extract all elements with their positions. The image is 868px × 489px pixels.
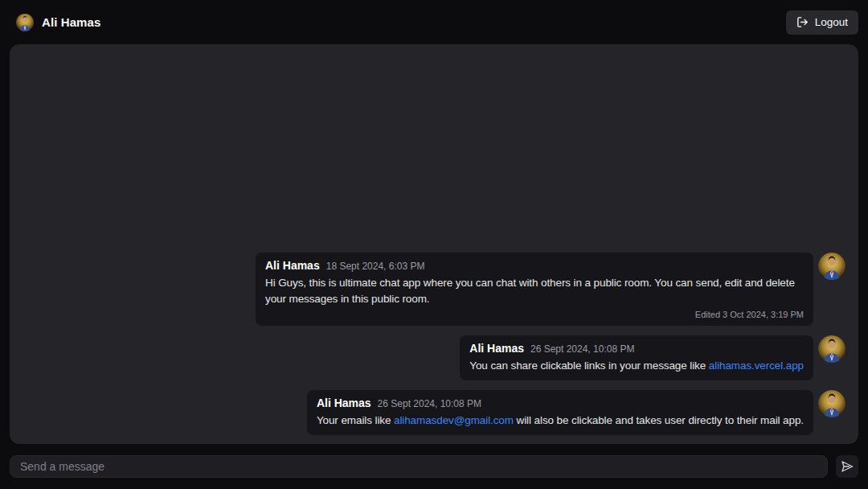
user-avatar [16, 14, 34, 31]
message-timestamp: 26 Sept 2024, 10:08 PM [530, 343, 634, 355]
message-timestamp: 26 Sept 2024, 10:08 PM [378, 398, 481, 409]
message-link[interactable]: alihamas.vercel.app [709, 360, 804, 372]
message-bubble: Ali Hamas 26 Sept 2024, 10:08 PM You can… [460, 335, 813, 380]
chat-app: Ali Hamas Logout Ali Hamas 18 Sept 2024,… [0, 0, 868, 489]
send-icon [841, 460, 854, 473]
message-text: Your emails like alihamasdev@gmail.com w… [317, 413, 804, 429]
chat-area: Ali Hamas 18 Sept 2024, 6:03 PM Hi Guys,… [10, 44, 858, 444]
message-avatar [818, 253, 845, 280]
message-author: Ali Hamas [317, 397, 371, 409]
logout-icon [796, 16, 809, 28]
logout-button[interactable]: Logout [786, 10, 858, 35]
message-author: Ali Hamas [265, 259, 320, 272]
app-header: Ali Hamas Logout [0, 0, 868, 44]
message-avatar [818, 335, 845, 363]
message-bubble: Ali Hamas 18 Sept 2024, 6:03 PM Hi Guys,… [256, 253, 813, 326]
message-link[interactable]: alihamasdev@gmail.com [394, 414, 514, 426]
message-meta: Ali Hamas 26 Sept 2024, 10:08 PM [317, 397, 804, 409]
message-bubble: Ali Hamas 26 Sept 2024, 10:08 PM Your em… [307, 390, 813, 435]
message-avatar [818, 390, 845, 417]
current-user-chip: Ali Hamas [16, 14, 100, 31]
message-text: Hi Guys, this is ultimate chat app where… [265, 275, 804, 307]
message-edited-label: Edited 3 Oct 2024, 3:19 PM [265, 310, 804, 319]
message-meta: Ali Hamas 26 Sept 2024, 10:08 PM [469, 342, 804, 355]
message-row: Ali Hamas 26 Sept 2024, 10:08 PM You can… [460, 335, 845, 380]
message-composer [10, 455, 858, 478]
logout-label: Logout [815, 16, 848, 28]
message-text: You can share clickable links in your me… [469, 358, 804, 374]
message-timestamp: 18 Sept 2024, 6:03 PM [326, 261, 425, 272]
message-author: Ali Hamas [469, 342, 524, 355]
send-button[interactable] [836, 455, 858, 478]
user-name: Ali Hamas [42, 15, 100, 29]
message-row: Ali Hamas 26 Sept 2024, 10:08 PM Your em… [307, 390, 845, 435]
message-input[interactable] [10, 455, 828, 478]
message-meta: Ali Hamas 18 Sept 2024, 6:03 PM [265, 259, 804, 272]
message-row: Ali Hamas 18 Sept 2024, 6:03 PM Hi Guys,… [256, 253, 845, 326]
